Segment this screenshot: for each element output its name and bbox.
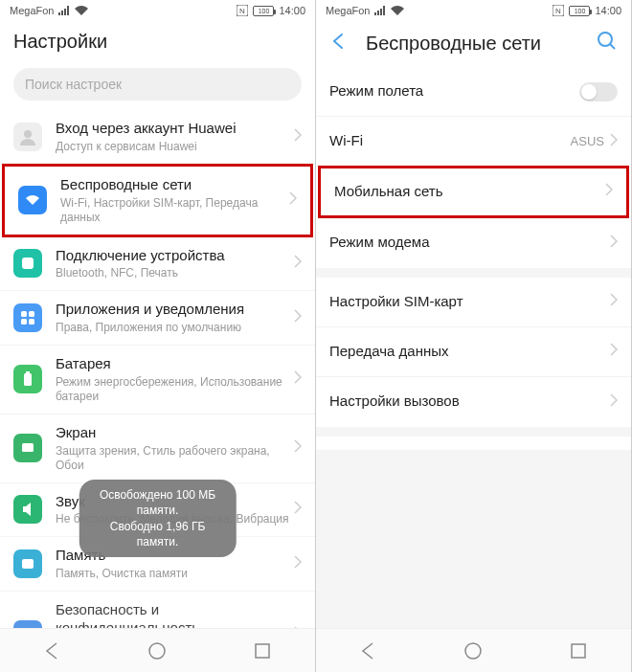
- svg-rect-8: [24, 373, 32, 386]
- row-battery[interactable]: Батарея Режим энергосбережения, Использо…: [0, 346, 315, 414]
- svg-rect-5: [29, 311, 34, 317]
- carrier-label: MegaFon: [10, 5, 54, 16]
- svg-rect-11: [22, 559, 34, 569]
- carrier-label: MegaFon: [326, 5, 370, 16]
- signal-icon: [374, 6, 386, 15]
- row-apps-notifications[interactable]: Приложения и уведомления Права, Приложен…: [0, 291, 315, 346]
- nfc-icon: N: [553, 5, 564, 16]
- sound-icon: [13, 495, 42, 524]
- clock: 14:00: [595, 5, 621, 16]
- svg-text:N: N: [240, 7, 246, 15]
- svg-rect-19: [572, 644, 585, 658]
- search-placeholder: Поиск настроек: [25, 77, 122, 92]
- page-header: Беспроводные сети: [316, 21, 631, 67]
- chevron-right-icon: [294, 309, 302, 326]
- security-icon: [13, 620, 42, 628]
- svg-point-18: [465, 643, 481, 659]
- battery-settings-icon: [13, 365, 42, 393]
- status-bar: MegaFon N 100 14:00: [316, 0, 631, 21]
- wifi-settings-icon: [18, 186, 47, 214]
- airplane-toggle[interactable]: [579, 82, 618, 101]
- row-display[interactable]: Экран Защита зрения, Стиль рабочего экра…: [0, 414, 315, 483]
- clock: 14:00: [279, 5, 305, 16]
- status-bar: MegaFon N 100 14:00: [0, 0, 315, 21]
- svg-rect-4: [21, 311, 27, 317]
- nav-home-button[interactable]: [463, 641, 483, 661]
- chevron-right-icon: [294, 439, 302, 457]
- chevron-right-icon: [610, 235, 618, 252]
- svg-point-17: [598, 33, 612, 46]
- chevron-right-icon: [294, 501, 302, 518]
- row-mobile-network[interactable]: Мобильная сеть: [318, 166, 629, 218]
- nav-recent-button[interactable]: [253, 641, 272, 661]
- svg-rect-7: [29, 319, 34, 325]
- avatar-icon: [13, 123, 42, 151]
- chevron-right-icon: [610, 343, 618, 360]
- wifi-icon: [75, 6, 88, 15]
- svg-point-2: [24, 130, 32, 138]
- page-header: Настройки: [0, 21, 315, 64]
- page-title: Настройки: [13, 31, 107, 53]
- svg-text:N: N: [556, 7, 562, 15]
- section-divider: [316, 427, 631, 437]
- settings-list: Вход через аккаунт Huawei Доступ к серви…: [0, 110, 315, 628]
- chevron-right-icon: [610, 393, 618, 411]
- chevron-right-icon: [294, 370, 302, 388]
- nav-back-button[interactable]: [43, 641, 62, 661]
- page-title: Беспроводные сети: [366, 33, 541, 55]
- row-huawei-account[interactable]: Вход через аккаунт Huawei Доступ к серви…: [0, 110, 315, 165]
- row-airplane-mode[interactable]: Режим полета: [316, 67, 631, 117]
- chevron-right-icon: [610, 293, 618, 310]
- search-icon[interactable]: [597, 31, 618, 56]
- settings-screen: MegaFon N 100 14:00 Настройки Поиск наст…: [0, 0, 316, 672]
- svg-rect-10: [22, 443, 34, 452]
- nfc-icon: N: [237, 5, 248, 16]
- wifi-icon: [391, 6, 404, 15]
- nav-recent-button[interactable]: [569, 641, 588, 661]
- section-divider: [316, 450, 631, 628]
- chevron-right-icon: [294, 555, 302, 572]
- wifi-value: ASUS: [571, 134, 604, 148]
- apps-icon: [13, 303, 42, 332]
- nav-back-button[interactable]: [359, 641, 378, 661]
- battery-icon: 100: [253, 6, 274, 16]
- battery-icon: 100: [569, 6, 590, 16]
- row-wifi[interactable]: Wi-Fi ASUS: [316, 117, 631, 167]
- wireless-list: Режим полета Wi-Fi ASUS Мобильная сеть Р…: [316, 67, 631, 628]
- svg-rect-14: [256, 644, 269, 658]
- chevron-right-icon: [294, 128, 302, 146]
- nav-home-button[interactable]: [147, 641, 167, 661]
- chevron-right-icon: [294, 626, 302, 628]
- row-sim-settings[interactable]: Настройки SIM-карт: [316, 278, 631, 327]
- row-tethering[interactable]: Режим модема: [316, 218, 631, 268]
- chevron-right-icon: [289, 191, 297, 209]
- storage-icon: [13, 549, 42, 578]
- svg-rect-3: [22, 258, 34, 269]
- nav-bar: [0, 628, 315, 672]
- chevron-right-icon: [610, 133, 618, 150]
- back-button[interactable]: [329, 32, 349, 55]
- row-data-transfer[interactable]: Передача данных: [316, 327, 631, 377]
- search-input[interactable]: Поиск настроек: [13, 68, 302, 101]
- wireless-networks-screen: MegaFon N 100 14:00 Беспроводные сети Ре…: [316, 0, 632, 672]
- signal-icon: [58, 6, 70, 15]
- chevron-right-icon: [605, 183, 613, 200]
- toast-message: Освобождено 100 МБ памяти. Свободно 1,96…: [79, 480, 237, 557]
- svg-rect-9: [26, 371, 30, 373]
- row-security[interactable]: Безопасность и конфиденциальность Разбло…: [0, 592, 315, 628]
- chevron-right-icon: [294, 255, 302, 272]
- display-icon: [13, 434, 42, 462]
- svg-rect-6: [21, 319, 27, 325]
- svg-point-13: [149, 643, 165, 659]
- nav-bar: [316, 628, 631, 672]
- section-divider: [316, 268, 631, 278]
- row-call-settings[interactable]: Настройки вызовов: [316, 377, 631, 427]
- row-device-connection[interactable]: Подключение устройства Bluetooth, NFC, П…: [0, 237, 315, 292]
- row-wireless-networks[interactable]: Беспроводные сети Wi-Fi, Настройки SIM-к…: [2, 164, 313, 237]
- device-connection-icon: [13, 249, 42, 278]
